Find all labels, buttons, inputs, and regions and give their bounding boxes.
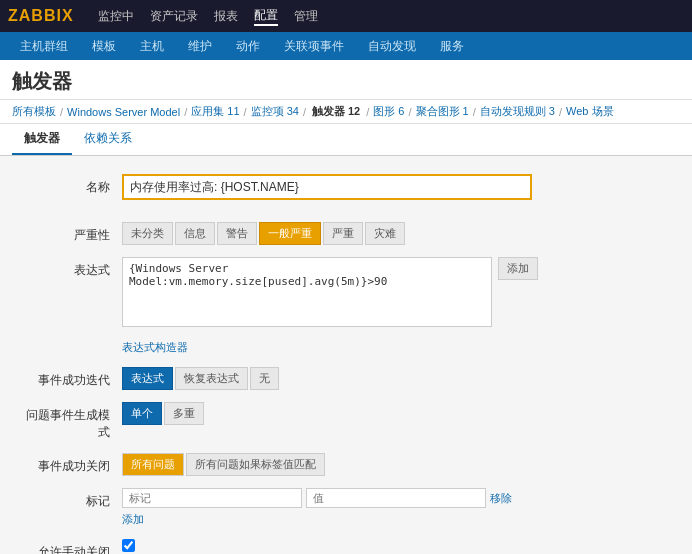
severity-buttons-wrapper: 未分类 信息 警告 一般严重 严重 灾难 <box>122 222 670 245</box>
breadcrumb-web-scenarios[interactable]: Web 场景 <box>566 104 613 119</box>
recovery-group: 表达式 恢复表达式 无 <box>122 367 670 390</box>
tags-wrapper: 移除 添加 <box>122 488 670 527</box>
expression-builder-link[interactable]: 表达式构造器 <box>122 340 188 355</box>
problem-mode-label: 问题事件生成模式 <box>22 402 122 441</box>
manual-close-wrapper <box>122 539 670 552</box>
problem-mode-buttons-wrapper: 单个 多重 <box>122 402 670 425</box>
expression-field-row: 表达式 {Windows Server Model:vm.memory.size… <box>22 257 670 327</box>
manual-close-row: 允许手动关闭 <box>22 539 670 554</box>
recovery-recovery-expr[interactable]: 恢复表达式 <box>175 367 248 390</box>
ok-condition-group: 所有问题 所有问题如果标签值匹配 <box>122 453 670 476</box>
top-navigation: ZABBIX 监控中 资产记录 报表 配置 管理 <box>0 0 692 32</box>
expression-label: 表达式 <box>22 257 122 279</box>
nav-config[interactable]: 配置 <box>254 7 278 26</box>
breadcrumb-apps[interactable]: 应用集 11 <box>191 104 239 119</box>
tag-value-input[interactable] <box>306 488 486 508</box>
breadcrumb-graphs[interactable]: 图形 6 <box>373 104 404 119</box>
ok-all-problems[interactable]: 所有问题 <box>122 453 184 476</box>
mode-group: 单个 多重 <box>122 402 670 425</box>
problem-mode-field-row: 问题事件生成模式 单个 多重 <box>22 402 670 441</box>
zabbix-logo: ZABBIX <box>8 7 74 25</box>
add-expression-button[interactable]: 添加 <box>498 257 538 280</box>
sev-disaster[interactable]: 灾难 <box>365 222 405 245</box>
problem-mode-row: 问题事件生成模式 单个 多重 <box>22 402 670 451</box>
breadcrumb-discovery-rules[interactable]: 自动发现规则 3 <box>480 104 555 119</box>
nav-hosts[interactable]: 主机 <box>134 34 170 59</box>
tag-name-input[interactable] <box>122 488 302 508</box>
recovery-none[interactable]: 无 <box>250 367 279 390</box>
expression-row: 表达式 {Windows Server Model:vm.memory.size… <box>22 257 670 365</box>
ok-condition-label: 事件成功关闭 <box>22 453 122 475</box>
nav-reports[interactable]: 报表 <box>214 8 238 25</box>
name-label: 名称 <box>22 174 122 196</box>
breadcrumb-windows-server[interactable]: Windows Server Model <box>67 106 180 118</box>
nav-hostgroups[interactable]: 主机群组 <box>14 34 74 59</box>
severity-group: 未分类 信息 警告 一般严重 严重 灾难 <box>122 222 670 245</box>
recovery-expression[interactable]: 表达式 <box>122 367 173 390</box>
name-input[interactable] <box>122 174 532 200</box>
name-field-row: 名称 <box>22 174 532 200</box>
tab-triggers[interactable]: 触发器 <box>12 124 72 155</box>
nav-monitoring[interactable]: 监控中 <box>98 8 134 25</box>
ok-condition-field-row: 事件成功关闭 所有问题 所有问题如果标签值匹配 <box>22 453 670 476</box>
recovery-field-row: 事件成功迭代 表达式 恢复表达式 无 <box>22 367 670 390</box>
remove-tag-link[interactable]: 移除 <box>490 491 512 506</box>
manual-close-checkbox[interactable] <box>122 539 135 552</box>
breadcrumb-triggers: 触发器 12 <box>312 104 360 119</box>
ok-condition-buttons-wrapper: 所有问题 所有问题如果标签值匹配 <box>122 453 670 476</box>
breadcrumb-items[interactable]: 监控项 34 <box>251 104 299 119</box>
expr-builder-row: 表达式构造器 <box>22 337 670 355</box>
breadcrumb: 所有模板 / Windows Server Model / 应用集 11 / 监… <box>0 100 692 124</box>
nav-assets[interactable]: 资产记录 <box>150 8 198 25</box>
sev-high[interactable]: 严重 <box>323 222 363 245</box>
nav-actions[interactable]: 动作 <box>230 34 266 59</box>
severity-row: 严重性 未分类 信息 警告 一般严重 严重 灾难 <box>22 222 670 255</box>
form-table: 名称 严重性 未分类 信息 警告 一般严重 <box>20 172 672 554</box>
second-navigation: 主机群组 模板 主机 维护 动作 关联项事件 自动发现 服务 <box>0 32 692 60</box>
severity-label: 严重性 <box>22 222 122 244</box>
main-content: 名称 严重性 未分类 信息 警告 一般严重 <box>0 156 692 554</box>
mode-single[interactable]: 单个 <box>122 402 162 425</box>
manual-close-label: 允许手动关闭 <box>22 539 122 554</box>
recovery-buttons-wrapper: 表达式 恢复表达式 无 <box>122 367 670 390</box>
nav-maintenance[interactable]: 维护 <box>182 34 218 59</box>
mode-multiple[interactable]: 多重 <box>164 402 204 425</box>
manual-close-field-row: 允许手动关闭 <box>22 539 670 554</box>
tab-dependencies[interactable]: 依赖关系 <box>72 124 144 155</box>
tags-row: 标记 移除 添加 <box>22 488 670 537</box>
name-field-wrapper <box>122 174 532 200</box>
recovery-row: 事件成功迭代 表达式 恢复表达式 无 <box>22 367 670 400</box>
tags-input-row: 移除 <box>122 488 670 508</box>
nav-admin[interactable]: 管理 <box>294 8 318 25</box>
ok-condition-row: 事件成功关闭 所有问题 所有问题如果标签值匹配 <box>22 453 670 486</box>
manual-close-checkbox-row <box>122 539 670 552</box>
recovery-label: 事件成功迭代 <box>22 367 122 389</box>
nav-services[interactable]: 服务 <box>434 34 470 59</box>
sev-info[interactable]: 信息 <box>175 222 215 245</box>
severity-field-row: 严重性 未分类 信息 警告 一般严重 严重 灾难 <box>22 222 670 245</box>
nav-discovery[interactable]: 自动发现 <box>362 34 422 59</box>
add-tag-link[interactable]: 添加 <box>122 512 144 527</box>
sev-average[interactable]: 一般严重 <box>259 222 321 245</box>
ok-all-problems-tag[interactable]: 所有问题如果标签值匹配 <box>186 453 325 476</box>
tags-label: 标记 <box>22 488 122 510</box>
tags-field-row: 标记 移除 添加 <box>22 488 670 527</box>
breadcrumb-aggregate-graphs[interactable]: 聚合图形 1 <box>416 104 469 119</box>
expression-textarea[interactable]: {Windows Server Model:vm.memory.size[pus… <box>122 257 492 327</box>
breadcrumb-all-templates[interactable]: 所有模板 <box>12 104 56 119</box>
sev-warning[interactable]: 警告 <box>217 222 257 245</box>
expression-wrapper: {Windows Server Model:vm.memory.size[pus… <box>122 257 670 327</box>
nav-templates[interactable]: 模板 <box>86 34 122 59</box>
tab-bar: 触发器 依赖关系 <box>0 124 692 156</box>
sev-unclassified[interactable]: 未分类 <box>122 222 173 245</box>
nav-event-correlation[interactable]: 关联项事件 <box>278 34 350 59</box>
name-row: 名称 <box>22 174 670 210</box>
page-title: 触发器 <box>0 60 692 100</box>
